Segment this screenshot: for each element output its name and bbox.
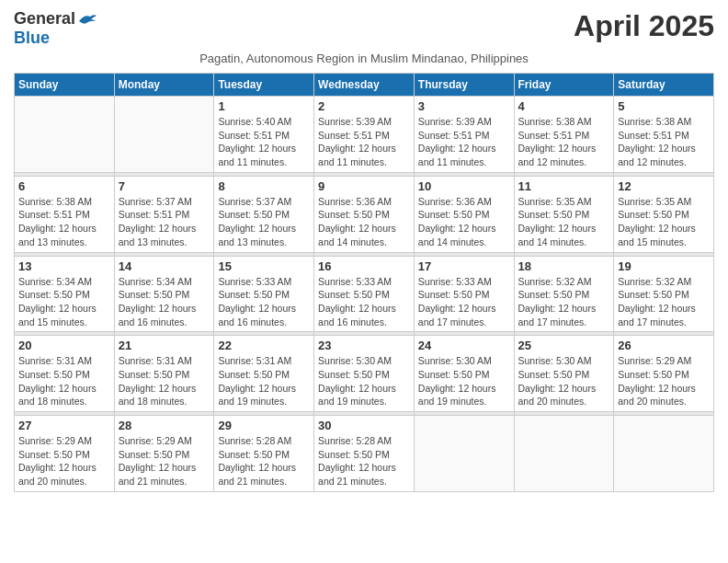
calendar-cell-w2-d4: 10Sunrise: 5:36 AMSunset: 5:50 PMDayligh… [414, 176, 514, 252]
day-number: 11 [518, 179, 610, 193]
calendar-cell-w5-d5 [514, 416, 614, 492]
day-info: Sunrise: 5:31 AMSunset: 5:50 PMDaylight:… [218, 354, 310, 408]
calendar-week-2: 6Sunrise: 5:38 AMSunset: 5:51 PMDaylight… [15, 176, 714, 252]
logo-bird-icon [77, 12, 97, 29]
day-info: Sunrise: 5:36 AMSunset: 5:50 PMDaylight:… [418, 195, 510, 249]
day-number: 20 [18, 339, 110, 352]
page-header: General Blue April 2025 [14, 9, 714, 48]
calendar-cell-w2-d6: 12Sunrise: 5:35 AMSunset: 5:50 PMDayligh… [614, 176, 714, 252]
col-wednesday: Wednesday [314, 74, 415, 97]
day-info: Sunrise: 5:38 AMSunset: 5:51 PMDaylight:… [518, 115, 610, 169]
calendar-cell-w1-d6: 5Sunrise: 5:38 AMSunset: 5:51 PMDaylight… [614, 97, 714, 173]
day-info: Sunrise: 5:32 AMSunset: 5:50 PMDaylight:… [618, 275, 710, 329]
calendar-cell-w4-d2: 22Sunrise: 5:31 AMSunset: 5:50 PMDayligh… [214, 336, 314, 412]
day-number: 13 [18, 259, 110, 273]
day-info: Sunrise: 5:29 AMSunset: 5:50 PMDaylight:… [18, 434, 110, 488]
calendar-cell-w2-d0: 6Sunrise: 5:38 AMSunset: 5:51 PMDaylight… [15, 176, 115, 252]
day-number: 29 [218, 419, 310, 432]
calendar-cell-w4-d3: 23Sunrise: 5:30 AMSunset: 5:50 PMDayligh… [314, 336, 415, 412]
day-number: 8 [218, 179, 310, 193]
day-info: Sunrise: 5:33 AMSunset: 5:50 PMDaylight:… [418, 275, 510, 329]
day-info: Sunrise: 5:33 AMSunset: 5:50 PMDaylight:… [318, 275, 410, 329]
day-number: 3 [418, 99, 510, 113]
calendar-cell-w5-d3: 30Sunrise: 5:28 AMSunset: 5:50 PMDayligh… [314, 416, 415, 492]
day-info: Sunrise: 5:30 AMSunset: 5:50 PMDaylight:… [518, 354, 610, 408]
day-info: Sunrise: 5:33 AMSunset: 5:50 PMDaylight:… [218, 275, 310, 329]
col-thursday: Thursday [414, 74, 514, 97]
day-info: Sunrise: 5:39 AMSunset: 5:51 PMDaylight:… [318, 115, 410, 169]
col-saturday: Saturday [614, 74, 714, 97]
calendar-cell-w3-d4: 17Sunrise: 5:33 AMSunset: 5:50 PMDayligh… [414, 256, 514, 332]
calendar-header-row: Sunday Monday Tuesday Wednesday Thursday… [15, 74, 714, 97]
day-number: 7 [119, 179, 210, 193]
calendar-cell-w5-d2: 29Sunrise: 5:28 AMSunset: 5:50 PMDayligh… [214, 416, 314, 492]
calendar-cell-w4-d5: 25Sunrise: 5:30 AMSunset: 5:50 PMDayligh… [514, 336, 614, 412]
day-info: Sunrise: 5:29 AMSunset: 5:50 PMDaylight:… [618, 354, 710, 408]
day-info: Sunrise: 5:28 AMSunset: 5:50 PMDaylight:… [218, 434, 310, 488]
title-section: April 2025 [574, 9, 714, 43]
day-info: Sunrise: 5:34 AMSunset: 5:50 PMDaylight:… [119, 275, 210, 329]
day-info: Sunrise: 5:30 AMSunset: 5:50 PMDaylight:… [318, 354, 410, 408]
day-number: 15 [218, 259, 310, 273]
day-number: 28 [119, 419, 210, 432]
col-tuesday: Tuesday [214, 74, 314, 97]
day-info: Sunrise: 5:36 AMSunset: 5:50 PMDaylight:… [318, 195, 410, 249]
day-info: Sunrise: 5:40 AMSunset: 5:51 PMDaylight:… [218, 115, 310, 169]
calendar-cell-w3-d3: 16Sunrise: 5:33 AMSunset: 5:50 PMDayligh… [314, 256, 415, 332]
day-number: 24 [418, 339, 510, 352]
day-info: Sunrise: 5:29 AMSunset: 5:50 PMDaylight:… [119, 434, 210, 488]
calendar-cell-w3-d1: 14Sunrise: 5:34 AMSunset: 5:50 PMDayligh… [114, 256, 214, 332]
day-number: 1 [218, 99, 310, 113]
day-info: Sunrise: 5:34 AMSunset: 5:50 PMDaylight:… [18, 275, 110, 329]
col-monday: Monday [114, 74, 214, 97]
calendar-cell-w5-d4 [414, 416, 514, 492]
logo-text: General [14, 9, 97, 29]
calendar-cell-w1-d5: 4Sunrise: 5:38 AMSunset: 5:51 PMDaylight… [514, 97, 614, 173]
calendar-week-5: 27Sunrise: 5:29 AMSunset: 5:50 PMDayligh… [15, 416, 714, 492]
day-number: 18 [518, 259, 610, 273]
calendar-cell-w5-d0: 27Sunrise: 5:29 AMSunset: 5:50 PMDayligh… [15, 416, 115, 492]
calendar-cell-w4-d4: 24Sunrise: 5:30 AMSunset: 5:50 PMDayligh… [414, 336, 514, 412]
day-number: 26 [618, 339, 710, 352]
calendar-cell-w2-d2: 8Sunrise: 5:37 AMSunset: 5:50 PMDaylight… [214, 176, 314, 252]
subtitle: Pagatin, Autonomous Region in Muslim Min… [14, 52, 714, 65]
calendar-cell-w5-d1: 28Sunrise: 5:29 AMSunset: 5:50 PMDayligh… [114, 416, 214, 492]
day-number: 25 [518, 339, 610, 352]
day-number: 22 [218, 339, 310, 352]
month-title: April 2025 [574, 9, 714, 43]
day-number: 12 [618, 179, 710, 193]
calendar-cell-w3-d2: 15Sunrise: 5:33 AMSunset: 5:50 PMDayligh… [214, 256, 314, 332]
calendar-cell-w1-d0 [15, 97, 115, 173]
day-info: Sunrise: 5:38 AMSunset: 5:51 PMDaylight:… [18, 195, 110, 249]
calendar-cell-w1-d4: 3Sunrise: 5:39 AMSunset: 5:51 PMDaylight… [414, 97, 514, 173]
day-number: 17 [418, 259, 510, 273]
day-number: 30 [318, 419, 410, 432]
day-number: 6 [18, 179, 110, 193]
day-number: 19 [618, 259, 710, 273]
day-info: Sunrise: 5:31 AMSunset: 5:50 PMDaylight:… [119, 354, 210, 408]
day-info: Sunrise: 5:28 AMSunset: 5:50 PMDaylight:… [318, 434, 410, 488]
day-number: 5 [618, 99, 710, 113]
day-info: Sunrise: 5:37 AMSunset: 5:51 PMDaylight:… [119, 195, 210, 249]
day-number: 10 [418, 179, 510, 193]
calendar-cell-w2-d1: 7Sunrise: 5:37 AMSunset: 5:51 PMDaylight… [114, 176, 214, 252]
logo-general: General [14, 9, 75, 28]
day-number: 2 [318, 99, 410, 113]
logo-blue: Blue [14, 29, 50, 47]
day-info: Sunrise: 5:32 AMSunset: 5:50 PMDaylight:… [518, 275, 610, 329]
day-info: Sunrise: 5:38 AMSunset: 5:51 PMDaylight:… [618, 115, 710, 169]
day-number: 23 [318, 339, 410, 352]
calendar-cell-w4-d0: 20Sunrise: 5:31 AMSunset: 5:50 PMDayligh… [15, 336, 115, 412]
calendar-cell-w2-d5: 11Sunrise: 5:35 AMSunset: 5:50 PMDayligh… [514, 176, 614, 252]
calendar-cell-w1-d1 [114, 97, 214, 173]
calendar-cell-w3-d5: 18Sunrise: 5:32 AMSunset: 5:50 PMDayligh… [514, 256, 614, 332]
calendar-cell-w4-d1: 21Sunrise: 5:31 AMSunset: 5:50 PMDayligh… [114, 336, 214, 412]
day-number: 9 [318, 179, 410, 193]
day-info: Sunrise: 5:37 AMSunset: 5:50 PMDaylight:… [218, 195, 310, 249]
day-number: 14 [119, 259, 210, 273]
calendar-cell-w5-d6 [614, 416, 714, 492]
day-number: 27 [18, 419, 110, 432]
logo: General Blue [14, 9, 97, 48]
day-info: Sunrise: 5:35 AMSunset: 5:50 PMDaylight:… [518, 195, 610, 249]
day-info: Sunrise: 5:31 AMSunset: 5:50 PMDaylight:… [18, 354, 110, 408]
